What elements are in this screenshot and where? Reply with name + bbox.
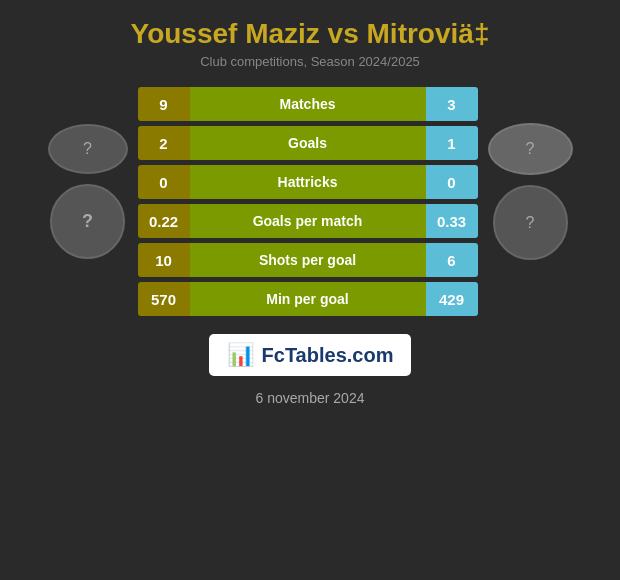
stat-right-value: 1 bbox=[426, 126, 478, 160]
stat-left-value: 0.22 bbox=[138, 204, 190, 238]
stat-left-value: 9 bbox=[138, 87, 190, 121]
stat-label: Goals bbox=[190, 126, 426, 160]
question-icon-4: ? bbox=[526, 214, 535, 232]
right-avatar-1: ? bbox=[488, 123, 573, 175]
stat-right-value: 0.33 bbox=[426, 204, 478, 238]
table-row: 2Goals1 bbox=[138, 126, 478, 160]
subtitle: Club competitions, Season 2024/2025 bbox=[200, 54, 420, 69]
stat-left-value: 2 bbox=[138, 126, 190, 160]
page-title: Youssef Maziz vs Mitroviä‡ bbox=[131, 18, 490, 50]
right-avatars: ? ? bbox=[488, 123, 573, 260]
stat-label: Matches bbox=[190, 87, 426, 121]
stat-label: Min per goal bbox=[190, 282, 426, 316]
question-icon-3: ? bbox=[526, 140, 535, 158]
stat-label: Shots per goal bbox=[190, 243, 426, 277]
question-icon-1: ? bbox=[83, 140, 92, 158]
stat-right-value: 429 bbox=[426, 282, 478, 316]
logo-icon: 📊 bbox=[227, 342, 254, 368]
stat-left-value: 0 bbox=[138, 165, 190, 199]
date-label: 6 november 2024 bbox=[256, 390, 365, 406]
left-avatars: ? ? bbox=[48, 124, 128, 259]
main-area: ? ? 9Matches32Goals10Hattricks00.22Goals… bbox=[0, 87, 620, 316]
stat-right-value: 6 bbox=[426, 243, 478, 277]
table-row: 0Hattricks0 bbox=[138, 165, 478, 199]
question-icon-2: ? bbox=[82, 211, 93, 232]
stat-right-value: 0 bbox=[426, 165, 478, 199]
stats-table: 9Matches32Goals10Hattricks00.22Goals per… bbox=[138, 87, 478, 316]
table-row: 10Shots per goal6 bbox=[138, 243, 478, 277]
stat-label: Goals per match bbox=[190, 204, 426, 238]
table-row: 0.22Goals per match0.33 bbox=[138, 204, 478, 238]
table-row: 570Min per goal429 bbox=[138, 282, 478, 316]
stat-label: Hattricks bbox=[190, 165, 426, 199]
stat-right-value: 3 bbox=[426, 87, 478, 121]
stat-left-value: 570 bbox=[138, 282, 190, 316]
left-avatar-1: ? bbox=[48, 124, 128, 174]
table-row: 9Matches3 bbox=[138, 87, 478, 121]
right-avatar-2: ? bbox=[493, 185, 568, 260]
logo-box: 📊 FcTables.com bbox=[209, 334, 412, 376]
left-avatar-2: ? bbox=[50, 184, 125, 259]
stat-left-value: 10 bbox=[138, 243, 190, 277]
logo-text: FcTables.com bbox=[262, 344, 394, 367]
